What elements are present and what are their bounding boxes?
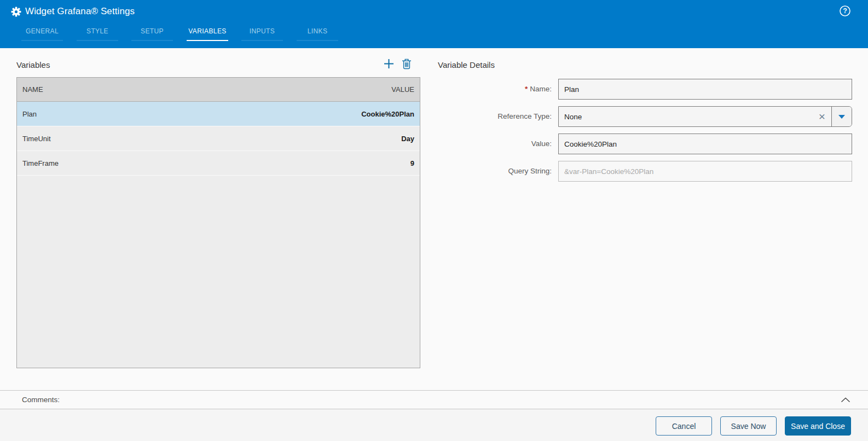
plus-icon <box>384 59 394 69</box>
comments-bar[interactable]: Comments: <box>0 390 868 409</box>
chevron-down-icon <box>838 115 845 119</box>
reference-type-value: None <box>559 113 813 121</box>
reference-type-combobox[interactable]: None × <box>558 106 852 127</box>
add-variable-button[interactable] <box>384 59 394 69</box>
svg-text:?: ? <box>843 7 847 15</box>
clear-icon[interactable]: × <box>813 107 831 126</box>
trash-icon <box>402 58 412 69</box>
variables-table: NAME VALUE Plan Cookie%20Plan TimeUnit D… <box>16 77 420 368</box>
tab-general[interactable]: GENERAL <box>21 25 63 41</box>
cancel-button[interactable]: Cancel <box>656 416 712 436</box>
value-label: Value: <box>438 134 552 154</box>
value-input[interactable] <box>558 134 852 154</box>
save-and-close-button[interactable]: Save and Close <box>785 416 851 436</box>
tab-setup[interactable]: SETUP <box>131 25 173 41</box>
chevron-up-icon[interactable] <box>841 397 850 403</box>
dialog-title: Widget Grafana® Settings <box>25 6 135 17</box>
required-marker: * <box>525 85 528 93</box>
variable-details-title: Variable Details <box>438 60 495 69</box>
footer: Cancel Save Now Save and Close <box>0 409 868 441</box>
name-label: *Name: <box>438 79 552 100</box>
variables-panel-title: Variables <box>16 60 50 69</box>
tab-style[interactable]: STYLE <box>77 25 118 41</box>
help-icon[interactable]: ? <box>839 5 851 17</box>
delete-variable-button[interactable] <box>402 58 412 69</box>
dialog-header: Widget Grafana® Settings ? GENERAL STYLE… <box>0 0 868 48</box>
column-header-value: VALUE <box>391 85 414 94</box>
save-now-button[interactable]: Save Now <box>720 416 777 436</box>
table-row-timeunit[interactable]: TimeUnit Day <box>17 126 420 151</box>
variables-table-header: NAME VALUE <box>17 78 420 102</box>
table-row-timeframe[interactable]: TimeFrame 9 <box>17 151 420 176</box>
column-header-name: NAME <box>22 85 43 94</box>
tab-inputs[interactable]: INPUTS <box>241 25 283 41</box>
reference-type-label: Reference Type: <box>438 106 552 127</box>
table-row-plan[interactable]: Plan Cookie%20Plan <box>17 102 420 126</box>
gear-icon <box>11 7 21 17</box>
query-string-input <box>558 161 852 182</box>
name-input[interactable] <box>558 79 852 100</box>
dropdown-button[interactable] <box>831 107 852 126</box>
comments-label: Comments: <box>22 391 60 409</box>
tab-variables[interactable]: VARIABLES <box>187 25 228 41</box>
tab-links[interactable]: LINKS <box>297 25 338 41</box>
query-string-label: Query String: <box>438 161 552 182</box>
